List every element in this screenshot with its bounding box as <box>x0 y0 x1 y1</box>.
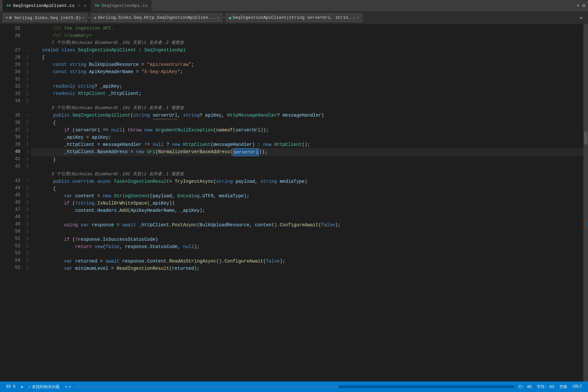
code-line-54: var returned = await response.Content.Re… <box>31 258 583 265</box>
pin-icon[interactable]: ⇌ <box>577 13 585 22</box>
pencil-dropdown: ▾ <box>69 384 71 389</box>
tab-close-active[interactable]: □ <box>76 3 81 8</box>
breadcrumb-sep-2: › <box>222 15 226 20</box>
cs-icon-2: C# <box>95 4 99 8</box>
fold-35[interactable]: − <box>24 112 31 119</box>
code-line-51: if (!response.IsSuccessStatusCode) <box>31 236 583 243</box>
breadcrumb-project[interactable]: ⊞ ⊞ Serilog.Sinks.Seq (net5.0) ▾ <box>3 14 87 22</box>
scrollbar-thumb[interactable] <box>584 131 587 145</box>
title-bar: C# SeqIngestionApiClient.cs □ ✕ C# SeqIn… <box>0 0 588 12</box>
namespace-icon: ◈ <box>94 15 96 20</box>
chevron-down-icon-2: ▾ <box>217 16 219 20</box>
col-label: 字符: 83 <box>537 384 554 390</box>
breadcrumb-sep-1: › <box>87 15 91 20</box>
breadcrumb-namespace[interactable]: ◈ Serilog.Sinks.Seq.Http.SeqIngestionApi… <box>91 14 222 22</box>
code-lines: /// the ingestion API. /// </summary> 7 … <box>31 24 583 381</box>
code-editor[interactable]: 25 26 · 27 28 29 30 31 32 33 34 · 35 36 … <box>7 24 588 381</box>
code-line-38: _apiKey = apiKey; <box>31 134 583 141</box>
code-line-29: const string BulkUploadResource = "api/e… <box>31 61 583 68</box>
code-line-55: var minimumLevel = ReadIngestionResult(r… <box>31 265 583 272</box>
code-line-49: using var response = await _httpClient.P… <box>31 221 583 229</box>
status-encoding[interactable]: CRLF <box>570 384 585 389</box>
code-line-30: const string ApiKeyHeaderName = "X-Seq-A… <box>31 68 583 75</box>
code-line-25: /// the ingestion API. <box>31 25 583 32</box>
code-line-52: return new(false, response.StatusCode, n… <box>31 243 583 250</box>
cs-icon: C# <box>7 4 11 8</box>
code-line-46: if (!string.IsNullOrWhiteSpace(_apiKey)) <box>31 200 583 207</box>
fold-43[interactable]: − <box>24 177 31 184</box>
dropdown-icon[interactable]: ▾ <box>576 2 580 9</box>
tab-active-label: SeqIngestionApiClient.cs <box>13 3 74 8</box>
code-line-44: { <box>31 185 583 192</box>
toolbar-right: ⇌ <box>577 13 585 22</box>
toolbar: ⊞ ⊞ Serilog.Sinks.Seq (net5.0) ▾ › ◈ Ser… <box>0 12 588 24</box>
ref-info-1: 7 个引用|Nicholas Blumhardt，191 天前|1 名作者，2 … <box>31 39 583 46</box>
breadcrumb-namespace-label: Serilog.Sinks.Seq.Http.SeqIngestionApiCl… <box>98 15 216 20</box>
breadcrumb-member[interactable]: ◉ SeqIngestionApiClient(string serverUrl… <box>226 14 362 22</box>
code-line-33: readonly HttpClient _httpClient; <box>31 90 583 97</box>
code-line-39: _httpClient = messageHandler != null ? n… <box>31 141 583 148</box>
code-line-28: { <box>31 54 583 61</box>
status-settings[interactable]: ⚙ <box>18 381 26 392</box>
status-line[interactable]: 行: 40 <box>516 384 534 390</box>
code-line-45: var content = new StringContent(payload,… <box>31 192 583 200</box>
code-line-35: public SeqIngestionApiClient(string serv… <box>31 112 583 119</box>
code-line-32: readonly string? _apiKey; <box>31 83 583 90</box>
code-line-47: content.Headers.Add(ApiKeyHeaderName, _a… <box>31 207 583 214</box>
member-icon: ◉ <box>229 15 231 20</box>
smiley-icon: ✓ <box>28 384 31 389</box>
chevron-down-icon: ▾ <box>82 16 84 20</box>
code-line-31 <box>31 75 583 83</box>
line-numbers: 25 26 · 27 28 29 30 31 32 33 34 · 35 36 … <box>7 24 24 381</box>
title-bar-right: ▾ ⚙ <box>576 2 585 9</box>
status-spaces[interactable]: 空格 <box>557 384 570 390</box>
zoom-label: 99 % <box>6 384 15 389</box>
status-no-issues[interactable]: ✓ 未找到相关问题 <box>26 381 62 392</box>
code-line-36: { <box>31 119 583 126</box>
status-zoom[interactable]: 99 % <box>3 381 18 392</box>
ref-info-3: 3 个引用|Nicholas Blumhardt，191 天前|1 名作者，1 … <box>31 171 583 178</box>
no-issues-label: 未找到相关问题 <box>32 384 60 390</box>
spaces-label: 空格 <box>559 384 567 390</box>
fold-27[interactable]: − <box>24 46 31 54</box>
code-line-27: sealed class SeqIngestionApiClient : Seq… <box>31 46 583 54</box>
gutter-icons <box>0 24 7 381</box>
settings-status-icon: ⚙ <box>21 384 23 389</box>
code-line-34 <box>31 97 583 104</box>
code-line-43: public override async Task<IngestionResu… <box>31 178 583 185</box>
code-line-37: if (serverUrl == null) throw new Argumen… <box>31 126 583 134</box>
settings-icon[interactable]: ⚙ <box>582 2 585 9</box>
editor-container: 25 26 · 27 28 29 30 31 32 33 34 · 35 36 … <box>0 24 588 381</box>
status-bar: 99 % ⚙ ✓ 未找到相关问题 ✎ ▾ 行: 40 字符: 83 空格 CRL… <box>0 381 588 392</box>
breadcrumb-project-label: ⊞ Serilog.Sinks.Seq (net5.0) <box>9 15 81 20</box>
tab-pin-active[interactable]: ✕ <box>83 3 87 9</box>
code-line-50 <box>31 229 583 236</box>
status-pencil[interactable]: ✎ ▾ <box>62 381 73 392</box>
line-label: 行: 40 <box>518 384 532 390</box>
code-line-40: _httpClient.BaseAddress = new Uri(Normal… <box>31 148 583 156</box>
encoding-label: CRLF <box>573 384 582 389</box>
fold-indicators: − │ │ │ │ │ │ │ − │ │ │ │ │ │ │ − │ │ <box>24 24 31 381</box>
scrollbar[interactable] <box>583 24 588 381</box>
code-line-41: } <box>31 156 583 163</box>
code-line-26: /// </summary> <box>31 32 583 39</box>
status-right: 行: 40 字符: 83 空格 CRLF <box>516 384 585 390</box>
chevron-down-icon-3: ▾ <box>357 16 359 20</box>
ref-info-2: 3 个引用|Nicholas Blumhardt，191 天前|1 名作者，1 … <box>31 104 583 112</box>
code-line-42 <box>31 163 583 171</box>
project-icon: ⊞ <box>6 15 8 20</box>
tab-inactive[interactable]: C# SeqIngestionApi.cs <box>91 0 152 12</box>
tab-active[interactable]: C# SeqIngestionApiClient.cs □ ✕ <box>3 0 91 12</box>
breadcrumb-member-label: SeqIngestionApiClient(string serverUrl, … <box>233 15 356 20</box>
pencil-icon: ✎ <box>65 384 67 389</box>
tab-inactive-label: SeqIngestionApi.cs <box>101 3 147 8</box>
status-col[interactable]: 字符: 83 <box>534 384 557 390</box>
code-line-53 <box>31 250 583 258</box>
code-line-48 <box>31 214 583 221</box>
